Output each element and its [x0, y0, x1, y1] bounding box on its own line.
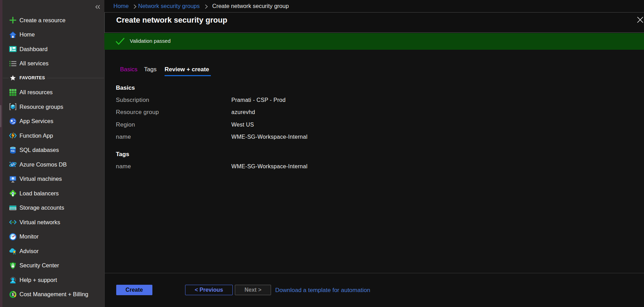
svg-text:$: $: [12, 292, 14, 296]
svg-text:SQL: SQL: [11, 149, 15, 152]
